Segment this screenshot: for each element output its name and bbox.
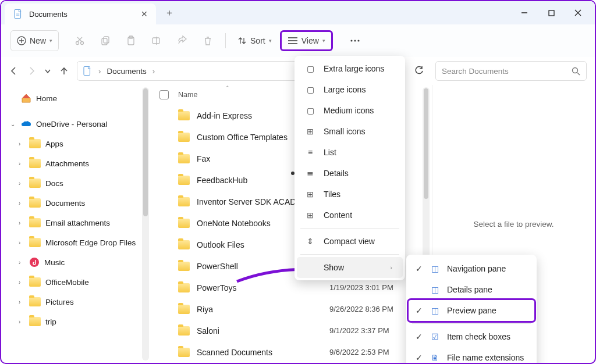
view-button[interactable]: View ▾ (280, 30, 333, 51)
sort-button[interactable]: Sort ▾ (232, 30, 278, 51)
menu-item[interactable]: ≣Details (297, 163, 403, 184)
menu-label: Small icons (324, 127, 366, 136)
close-button[interactable] (565, 1, 591, 24)
menu-item[interactable]: ✓🗎File name extensions (409, 347, 534, 364)
tab-close-icon[interactable]: ✕ (141, 9, 148, 19)
chevron-right-icon[interactable]: › (19, 299, 24, 305)
chevron-right-icon[interactable]: › (19, 200, 24, 206)
sidebar-item[interactable]: ›Pictures (5, 292, 148, 312)
menu-label: File name extensions (447, 353, 524, 362)
menu-item[interactable]: ≡List (297, 142, 403, 163)
plus-circle-icon (17, 36, 26, 45)
pane-icon: ◫ (430, 306, 440, 315)
chevron-right-icon[interactable]: › (19, 141, 24, 147)
nav-label: Attachments (45, 159, 89, 168)
folder-icon (29, 277, 41, 287)
select-all-checkbox[interactable] (159, 90, 169, 99)
new-tab-button[interactable]: ＋ (161, 4, 178, 22)
chevron-right-icon[interactable]: › (19, 319, 24, 325)
nav-home[interactable]: Home (5, 88, 148, 108)
menu-item[interactable]: ✓◫Preview pane (409, 300, 534, 321)
folder-icon (29, 198, 41, 208)
file-row[interactable]: Saloni9/1/2022 3:37 PM (151, 320, 432, 341)
search-input[interactable]: Search Documents (435, 61, 587, 81)
menu-label: Medium icons (324, 106, 374, 115)
chevron-down-icon[interactable]: ⌄ (10, 121, 16, 127)
view-menu: ▢Extra large icons▢Large icons▢Medium ic… (295, 56, 405, 280)
forward-button[interactable] (27, 66, 36, 76)
chevron-right-icon[interactable]: › (19, 180, 24, 187)
file-name: Custom Office Templates (197, 133, 288, 142)
file-row[interactable]: Scanned Documents9/6/2022 2:53 PM (151, 341, 432, 363)
sidebar-item[interactable]: ›Docs (5, 173, 148, 193)
sidebar-item[interactable]: ›Attachments (5, 154, 148, 173)
view-type-icon: ▢ (305, 106, 315, 115)
nav-onedrive[interactable]: ⌄ OneDrive - Personal (5, 114, 148, 134)
copy-button[interactable] (94, 30, 117, 51)
menu-item[interactable]: ⊞Small icons (297, 121, 403, 142)
menu-item-show[interactable]: Show› (297, 257, 403, 278)
folder-icon (29, 218, 41, 227)
chevron-right-icon[interactable]: › (19, 279, 24, 286)
scrollbar-thumb[interactable] (143, 88, 148, 216)
sidebar-item[interactable]: ›trip (5, 312, 148, 331)
svg-point-10 (76, 42, 79, 45)
svg-point-23 (350, 40, 352, 41)
preview-placeholder: Select a file to preview. (473, 220, 554, 229)
sidebar-item[interactable]: ›OfficeMobile (5, 272, 148, 292)
menu-item[interactable]: ⊞Tiles (297, 184, 403, 205)
minimize-button[interactable] (511, 1, 538, 24)
pane-icon: 🗎 (430, 353, 440, 362)
menu-item[interactable]: ✓◫Navigation pane (409, 258, 534, 279)
file-name: Add-in Express (197, 111, 252, 120)
menu-item[interactable]: ✓☑Item check boxes (409, 326, 534, 347)
nav-label: Email attachments (45, 219, 110, 227)
sidebar-item[interactable]: ›Music (5, 252, 148, 272)
svg-point-25 (357, 40, 359, 41)
sidebar-item[interactable]: ›Microsoft Edge Drop Files (5, 233, 148, 252)
paste-icon (126, 35, 136, 46)
up-button[interactable] (59, 66, 69, 76)
chevron-down-icon: ▾ (322, 38, 325, 44)
new-button[interactable]: New ▾ (10, 30, 59, 51)
folder-icon (29, 297, 41, 306)
folder-icon (178, 219, 190, 228)
share-button[interactable] (171, 30, 194, 51)
nav-scrollbar[interactable] (142, 87, 149, 361)
tab-documents[interactable]: Documents ✕ (5, 3, 156, 24)
menu-item-compact[interactable]: ⇕Compact view (297, 231, 403, 252)
sidebar-item[interactable]: ›Documents (5, 193, 148, 213)
delete-button[interactable] (196, 30, 219, 51)
rename-button[interactable] (145, 30, 168, 51)
breadcrumb-sep: › (152, 67, 155, 76)
check-icon: ✓ (416, 264, 424, 273)
menu-item[interactable]: ▢Medium icons (297, 100, 403, 121)
menu-item[interactable]: ◫Details pane (409, 279, 534, 300)
chevron-right-icon[interactable]: › (19, 240, 24, 246)
title-bar: Documents ✕ ＋ (1, 1, 595, 24)
maximize-button[interactable] (538, 1, 565, 24)
more-button[interactable] (343, 30, 367, 51)
sidebar-item[interactable]: ›Email attachments (5, 213, 148, 233)
nav-label: OfficeMobile (45, 278, 89, 287)
check-icon: ✓ (416, 332, 424, 341)
menu-item[interactable]: ⊞Content (297, 205, 403, 226)
file-row[interactable]: Riya9/26/2022 8:36 PM (151, 298, 432, 320)
chevron-right-icon[interactable]: › (19, 160, 24, 167)
menu-item[interactable]: ▢Large icons (297, 79, 403, 100)
cut-icon (74, 35, 85, 46)
chevron-right-icon[interactable]: › (19, 220, 24, 226)
scrollbar-thumb[interactable] (424, 88, 428, 199)
paste-button[interactable] (119, 30, 143, 51)
chevron-right-icon[interactable]: › (19, 259, 24, 266)
refresh-button[interactable] (407, 61, 431, 81)
folder-icon (178, 283, 190, 292)
cut-button[interactable] (68, 30, 91, 51)
sidebar-item[interactable]: ›Apps (5, 134, 148, 154)
menu-label: Navigation pane (447, 264, 506, 273)
menu-item[interactable]: ▢Extra large icons (297, 58, 403, 79)
breadcrumb[interactable]: Documents (107, 67, 147, 76)
back-button[interactable] (9, 66, 19, 76)
view-type-icon: ≣ (305, 169, 315, 178)
recent-button[interactable] (44, 67, 51, 74)
